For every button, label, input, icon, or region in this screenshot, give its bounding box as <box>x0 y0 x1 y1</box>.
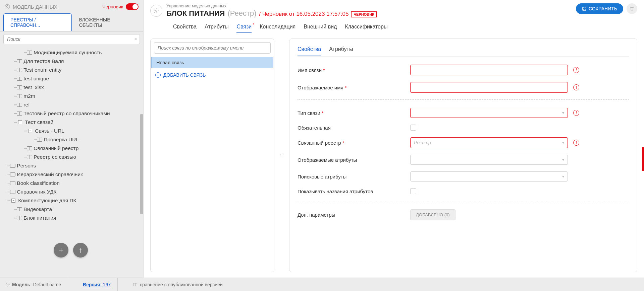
input-name[interactable] <box>410 65 568 75</box>
tree-toggle[interactable]: − <box>28 129 32 133</box>
draft-switch[interactable] <box>126 3 139 10</box>
book-icon <box>27 51 32 55</box>
book-icon <box>10 172 15 176</box>
sidebar: МОДЕЛЬ ДАННЫХ Черновик РЕЕСТРЫ / СПРАВОЧ… <box>0 0 144 278</box>
tree-item[interactable]: ⋯Модифицируемая сущность <box>1 48 143 57</box>
tree-label: ref <box>23 102 30 108</box>
book-icon <box>17 77 22 81</box>
label-show-attr-names: Показывать названия атрибутов <box>298 189 405 194</box>
draft-toggle: Черновик <box>102 3 139 10</box>
tab-registries[interactable]: РЕЕСТРЫ / СПРАВОЧН... <box>3 13 72 31</box>
add-link-button[interactable]: + ДОБАВИТЬ СВЯЗЬ <box>151 68 274 82</box>
splitter-handle[interactable]: ⸽⸽ <box>280 39 284 272</box>
select-display-attrs[interactable]: ▾ <box>410 155 568 165</box>
tree-item[interactable]: ⋯Тестовый реестр со справочниками <box>1 109 143 118</box>
content-tab[interactable]: Связи* <box>236 21 252 33</box>
divider <box>298 201 629 201</box>
compare-label[interactable]: сравнение с опубликованной версией <box>140 282 223 287</box>
draft-info: / Черновик от 16.05.2023 17:57:05 <box>259 11 349 17</box>
tree-label: Видеокарта <box>23 206 52 212</box>
tree-item[interactable]: ⋯Для тестов Валя <box>1 57 143 66</box>
tree-item[interactable]: ⋯test_xlsx <box>1 83 143 92</box>
footer: Модель: Default name Версия: 167 сравнен… <box>0 278 644 291</box>
tree-item[interactable]: ⋯Проверка URL <box>1 135 143 144</box>
save-button[interactable]: СОХРАНИТЬ <box>576 3 623 14</box>
checkbox-show-attr-names[interactable] <box>410 188 416 194</box>
tree-item[interactable]: ⋯ref <box>1 100 143 109</box>
tree-label: Test enum entity <box>23 67 61 73</box>
tab-nested-objects[interactable]: ВЛОЖЕННЫЕ ОБЪЕКТЫ <box>72 13 140 31</box>
error-icon: ! <box>573 84 579 90</box>
tree-label: Тестовый реестр со справочниками <box>23 111 110 117</box>
page-subtitle: (Реестр) <box>227 9 256 18</box>
tree-item[interactable]: ⋯Справочник УДК <box>1 188 143 196</box>
version-link[interactable]: Версия: 167 <box>83 282 111 287</box>
form-tab-attributes[interactable]: Атрибуты <box>329 44 353 56</box>
form-tabs: Свойства Атрибуты <box>298 44 629 57</box>
collapse-icon[interactable] <box>5 4 10 9</box>
tree-item[interactable]: ⋯Реестр со связью <box>1 153 143 161</box>
checkbox-mandatory[interactable] <box>410 125 416 131</box>
content-tab[interactable]: Атрибуты <box>205 21 228 33</box>
tree-label: Блок питания <box>23 215 56 221</box>
tree-item[interactable]: ⋯Test enum entity <box>1 66 143 74</box>
tree-item[interactable]: ⋯−Комплектующие для ПК <box>1 196 143 205</box>
up-button[interactable]: ↑ <box>73 243 88 258</box>
tree-item[interactable]: ⋯Блок питания <box>1 214 143 222</box>
search-clear-icon[interactable]: × <box>134 36 137 42</box>
tree-item[interactable]: ⋯Связанный реестр <box>1 144 143 153</box>
tree-item[interactable]: ⋯−Связь - URL <box>1 127 143 135</box>
content-tab[interactable]: Классификаторы <box>345 21 387 33</box>
book-icon <box>10 164 15 168</box>
book-icon <box>27 155 32 159</box>
label-display-attrs: Отображаемые атрибуты <box>298 157 405 163</box>
content-tabs: СвойстваАтрибутыСвязи*КонсолидацияВнешни… <box>166 21 394 33</box>
svg-rect-3 <box>133 283 135 286</box>
plus-icon: + <box>155 72 161 78</box>
gear-icon[interactable] <box>150 5 162 17</box>
delete-button[interactable] <box>627 3 637 14</box>
tree-item[interactable]: ⋯Book classification <box>1 179 143 188</box>
page-title: БЛОК ПИТАНИЯ <box>166 9 225 18</box>
error-icon: ! <box>573 140 579 146</box>
svg-rect-4 <box>136 283 137 286</box>
label-mandatory: Обязательная <box>298 125 405 131</box>
tree-item[interactable]: ⋯−Тест связей <box>1 118 143 127</box>
tree-toggle[interactable]: − <box>11 199 15 203</box>
content-tab[interactable]: Консолидация <box>260 21 296 33</box>
book-icon <box>37 138 42 142</box>
book-icon <box>17 207 22 211</box>
select-type[interactable]: ▾ <box>410 108 568 118</box>
book-icon <box>17 85 22 89</box>
tree-item[interactable]: ⋯Persons <box>1 161 143 170</box>
select-search-attrs[interactable]: ▾ <box>410 171 568 181</box>
link-item-new[interactable]: Новая связь <box>151 57 273 68</box>
link-search-input[interactable] <box>154 42 271 54</box>
tree-item[interactable]: ⋯Иерархический справочник <box>1 170 143 179</box>
draft-label: Черновик <box>102 4 123 9</box>
input-display-name[interactable] <box>410 82 568 93</box>
tree-item[interactable]: ⋯test unique <box>1 74 143 83</box>
button-added[interactable]: ДОБАВЛЕНО (0) <box>410 209 455 220</box>
book-icon <box>17 103 22 107</box>
divider <box>298 99 629 100</box>
scrollbar[interactable] <box>140 114 143 214</box>
svg-point-0 <box>5 4 10 9</box>
tree-toggle[interactable]: − <box>18 120 22 124</box>
form-tab-properties[interactable]: Свойства <box>298 44 321 56</box>
content-tab[interactable]: Внешний вид <box>304 21 337 33</box>
sidebar-tabs: РЕЕСТРЫ / СПРАВОЧН... ВЛОЖЕННЫЕ ОБЪЕКТЫ <box>0 13 143 31</box>
error-icon: ! <box>573 67 579 73</box>
label-linked-registry: Связанный реестр* <box>298 140 405 146</box>
tree-item[interactable]: ⋯Видеокарта <box>1 205 143 214</box>
select-linked-registry[interactable]: Реестр▾ <box>410 137 568 148</box>
content-tab[interactable]: Свойства <box>173 21 197 33</box>
tree-item[interactable]: ⋯m2m <box>1 92 143 100</box>
label-name: Имя связи* <box>298 67 405 73</box>
chevron-down-icon: ▾ <box>562 157 564 162</box>
book-icon <box>27 146 32 150</box>
add-button[interactable]: + <box>54 243 68 258</box>
tree-label: Для тестов Валя <box>23 58 64 64</box>
tree-label: Справочник УДК <box>17 189 56 195</box>
search-input[interactable] <box>3 34 140 44</box>
